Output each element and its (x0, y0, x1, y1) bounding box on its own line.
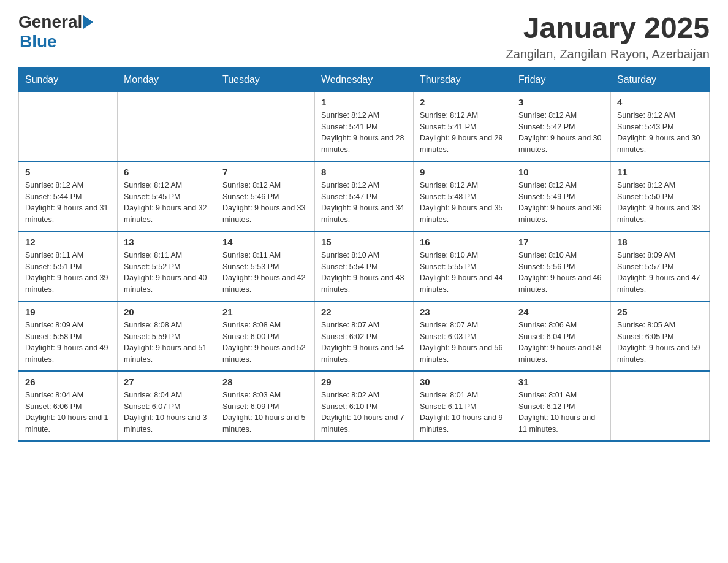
weekday-header-wednesday: Wednesday (315, 67, 414, 91)
day-number: 2 (420, 97, 506, 107)
day-number: 11 (617, 167, 703, 177)
calendar-cell: 25Sunrise: 8:05 AM Sunset: 6:05 PM Dayli… (611, 301, 710, 371)
day-info: Sunrise: 8:08 AM Sunset: 5:59 PM Dayligh… (124, 320, 210, 366)
weekday-header-sunday: Sunday (19, 67, 118, 91)
calendar-cell: 6Sunrise: 8:12 AM Sunset: 5:45 PM Daylig… (118, 161, 216, 231)
calendar-header: SundayMondayTuesdayWednesdayThursdayFrid… (19, 67, 710, 91)
day-number: 14 (222, 237, 308, 247)
calendar-row-4: 26Sunrise: 8:04 AM Sunset: 6:06 PM Dayli… (19, 371, 710, 441)
day-info: Sunrise: 8:10 AM Sunset: 5:54 PM Dayligh… (321, 250, 407, 296)
day-number: 4 (617, 97, 703, 107)
weekday-header-tuesday: Tuesday (216, 67, 315, 91)
day-info: Sunrise: 8:01 AM Sunset: 6:12 PM Dayligh… (518, 389, 604, 435)
day-info: Sunrise: 8:12 AM Sunset: 5:46 PM Dayligh… (222, 180, 308, 226)
day-info: Sunrise: 8:02 AM Sunset: 6:10 PM Dayligh… (321, 389, 407, 435)
day-info: Sunrise: 8:07 AM Sunset: 6:02 PM Dayligh… (321, 320, 407, 366)
day-number: 6 (124, 167, 210, 177)
day-number: 8 (321, 167, 407, 177)
calendar-cell: 11Sunrise: 8:12 AM Sunset: 5:50 PM Dayli… (611, 161, 710, 231)
calendar-cell (118, 91, 216, 161)
day-info: Sunrise: 8:05 AM Sunset: 6:05 PM Dayligh… (617, 320, 703, 366)
calendar-cell: 8Sunrise: 8:12 AM Sunset: 5:47 PM Daylig… (315, 161, 414, 231)
day-number: 20 (124, 307, 210, 317)
calendar-cell: 9Sunrise: 8:12 AM Sunset: 5:48 PM Daylig… (414, 161, 512, 231)
calendar-cell: 13Sunrise: 8:11 AM Sunset: 5:52 PM Dayli… (118, 231, 216, 301)
day-number: 18 (617, 237, 703, 247)
day-number: 5 (25, 167, 111, 177)
day-number: 23 (420, 307, 506, 317)
calendar-cell: 12Sunrise: 8:11 AM Sunset: 5:51 PM Dayli… (19, 231, 118, 301)
calendar-cell: 2Sunrise: 8:12 AM Sunset: 5:41 PM Daylig… (414, 91, 512, 161)
day-number: 10 (518, 167, 604, 177)
day-info: Sunrise: 8:10 AM Sunset: 5:55 PM Dayligh… (420, 250, 506, 296)
weekday-header-thursday: Thursday (414, 67, 512, 91)
calendar-cell: 1Sunrise: 8:12 AM Sunset: 5:41 PM Daylig… (315, 91, 414, 161)
day-info: Sunrise: 8:12 AM Sunset: 5:50 PM Dayligh… (617, 180, 703, 226)
calendar-cell (611, 371, 710, 441)
calendar-cell: 31Sunrise: 8:01 AM Sunset: 6:12 PM Dayli… (512, 371, 611, 441)
day-number: 7 (222, 167, 308, 177)
day-info: Sunrise: 8:12 AM Sunset: 5:44 PM Dayligh… (25, 180, 111, 226)
day-info: Sunrise: 8:12 AM Sunset: 5:48 PM Dayligh… (420, 180, 506, 226)
calendar-body: 1Sunrise: 8:12 AM Sunset: 5:41 PM Daylig… (19, 91, 710, 441)
day-info: Sunrise: 8:04 AM Sunset: 6:07 PM Dayligh… (124, 389, 210, 435)
calendar-cell: 18Sunrise: 8:09 AM Sunset: 5:57 PM Dayli… (611, 231, 710, 301)
day-info: Sunrise: 8:11 AM Sunset: 5:51 PM Dayligh… (25, 250, 111, 296)
calendar-cell: 5Sunrise: 8:12 AM Sunset: 5:44 PM Daylig… (19, 161, 118, 231)
day-number: 31 (518, 377, 604, 387)
day-info: Sunrise: 8:04 AM Sunset: 6:06 PM Dayligh… (25, 389, 111, 435)
day-info: Sunrise: 8:06 AM Sunset: 6:04 PM Dayligh… (518, 320, 604, 366)
calendar-cell (216, 91, 315, 161)
day-number: 1 (321, 97, 407, 107)
day-info: Sunrise: 8:11 AM Sunset: 5:53 PM Dayligh… (222, 250, 308, 296)
day-number: 25 (617, 307, 703, 317)
day-number: 28 (222, 377, 308, 387)
calendar-cell: 14Sunrise: 8:11 AM Sunset: 5:53 PM Dayli… (216, 231, 315, 301)
day-info: Sunrise: 8:12 AM Sunset: 5:45 PM Dayligh… (124, 180, 210, 226)
calendar-row-2: 12Sunrise: 8:11 AM Sunset: 5:51 PM Dayli… (19, 231, 710, 301)
calendar-row-1: 5Sunrise: 8:12 AM Sunset: 5:44 PM Daylig… (19, 161, 710, 231)
calendar-cell: 16Sunrise: 8:10 AM Sunset: 5:55 PM Dayli… (414, 231, 512, 301)
day-number: 29 (321, 377, 407, 387)
calendar-cell: 4Sunrise: 8:12 AM Sunset: 5:43 PM Daylig… (611, 91, 710, 161)
logo: General Blue (18, 12, 93, 52)
calendar-table: SundayMondayTuesdayWednesdayThursdayFrid… (18, 67, 710, 442)
day-number: 30 (420, 377, 506, 387)
day-number: 12 (25, 237, 111, 247)
day-number: 3 (518, 97, 604, 107)
month-title: January 2025 (506, 12, 710, 45)
calendar-cell: 26Sunrise: 8:04 AM Sunset: 6:06 PM Dayli… (19, 371, 118, 441)
day-number: 21 (222, 307, 308, 317)
weekday-header-saturday: Saturday (611, 67, 710, 91)
calendar-cell: 28Sunrise: 8:03 AM Sunset: 6:09 PM Dayli… (216, 371, 315, 441)
calendar-cell: 27Sunrise: 8:04 AM Sunset: 6:07 PM Dayli… (118, 371, 216, 441)
calendar-row-3: 19Sunrise: 8:09 AM Sunset: 5:58 PM Dayli… (19, 301, 710, 371)
calendar-cell: 23Sunrise: 8:07 AM Sunset: 6:03 PM Dayli… (414, 301, 512, 371)
location-text: Zangilan, Zangilan Rayon, Azerbaijan (506, 47, 710, 61)
calendar-cell: 15Sunrise: 8:10 AM Sunset: 5:54 PM Dayli… (315, 231, 414, 301)
day-number: 19 (25, 307, 111, 317)
weekday-header-monday: Monday (118, 67, 216, 91)
calendar-cell: 10Sunrise: 8:12 AM Sunset: 5:49 PM Dayli… (512, 161, 611, 231)
calendar-cell: 19Sunrise: 8:09 AM Sunset: 5:58 PM Dayli… (19, 301, 118, 371)
day-info: Sunrise: 8:03 AM Sunset: 6:09 PM Dayligh… (222, 389, 308, 435)
logo-blue-text: Blue (20, 32, 57, 52)
day-number: 15 (321, 237, 407, 247)
day-info: Sunrise: 8:11 AM Sunset: 5:52 PM Dayligh… (124, 250, 210, 296)
day-number: 26 (25, 377, 111, 387)
day-number: 22 (321, 307, 407, 317)
day-info: Sunrise: 8:07 AM Sunset: 6:03 PM Dayligh… (420, 320, 506, 366)
calendar-row-0: 1Sunrise: 8:12 AM Sunset: 5:41 PM Daylig… (19, 91, 710, 161)
day-info: Sunrise: 8:09 AM Sunset: 5:57 PM Dayligh… (617, 250, 703, 296)
day-number: 17 (518, 237, 604, 247)
calendar-cell: 29Sunrise: 8:02 AM Sunset: 6:10 PM Dayli… (315, 371, 414, 441)
day-number: 27 (124, 377, 210, 387)
calendar-cell: 7Sunrise: 8:12 AM Sunset: 5:46 PM Daylig… (216, 161, 315, 231)
day-number: 16 (420, 237, 506, 247)
day-info: Sunrise: 8:12 AM Sunset: 5:43 PM Dayligh… (617, 110, 703, 156)
day-info: Sunrise: 8:12 AM Sunset: 5:41 PM Dayligh… (321, 110, 407, 156)
weekday-header-row: SundayMondayTuesdayWednesdayThursdayFrid… (19, 67, 710, 91)
page-header: General Blue January 2025 Zangilan, Zang… (18, 12, 710, 61)
day-number: 13 (124, 237, 210, 247)
weekday-header-friday: Friday (512, 67, 611, 91)
